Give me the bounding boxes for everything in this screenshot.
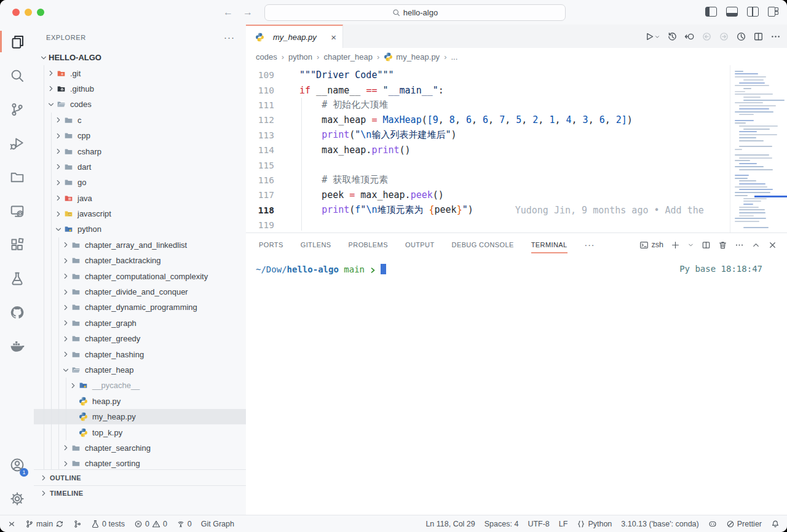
activity-item-explorer[interactable] [0,25,34,58]
code-line-119[interactable]: 119 [246,218,730,232]
maximize-panel-button[interactable] [751,240,761,250]
kill-terminal-button[interactable] [718,240,727,250]
code-line-117[interactable]: 117 peek = max_heap.peek() [246,188,730,202]
toggle-panel-icon[interactable] [726,7,738,17]
status-language-mode[interactable]: Python [577,520,612,528]
navigate-back-button[interactable]: ← [223,6,233,19]
activity-item-run-debug[interactable] [0,126,34,160]
code-line-113[interactable]: 113 print("\n输入列表并建堆后") [246,128,730,143]
status-indentation[interactable]: Spaces: 4 [484,520,519,528]
navigate-forward-button[interactable]: → [243,6,253,19]
tree-item-python[interactable]: python [34,221,246,237]
open-changes-button[interactable] [684,31,695,42]
close-tab-icon[interactable]: × [331,33,336,42]
toggle-secondary-sidebar-icon[interactable] [747,7,759,17]
more-terminal-actions-button[interactable] [735,240,744,250]
split-editor-button[interactable] [753,31,764,42]
panel-tab-output[interactable]: OUTPUT [405,233,435,256]
command-center-search[interactable]: hello-algo [264,4,566,21]
status-problems[interactable]: 00 [134,520,167,528]
status-git-branch[interactable]: main [25,520,64,528]
split-terminal-button[interactable] [702,240,711,250]
tree-item-java[interactable]: java [34,191,246,206]
status-ports[interactable]: 0 [176,520,192,528]
activity-item-remote-explorer[interactable] [0,194,34,228]
close-window-button[interactable] [12,9,20,16]
breadcrumb-item-chapter-heap[interactable]: chapter_heap [323,52,373,62]
tree-item-chapter-greedy[interactable]: chapter_greedy [34,331,246,346]
status-notifications[interactable] [771,520,780,528]
status-cursor-position[interactable]: Ln 118, Col 29 [425,520,475,528]
status-prettier[interactable]: Prettier [726,520,762,528]
panel-tab-gitlens[interactable]: GITLENS [301,233,331,256]
breadcrumb-item--[interactable]: ... [451,52,457,62]
status-tests[interactable]: 0 tests [91,520,125,528]
code-line-116[interactable]: 116 # 获取堆顶元素 [246,173,730,188]
activity-item-extensions[interactable] [0,228,34,261]
code-line-115[interactable]: 115 [246,157,730,172]
activity-item-accounts[interactable]: 1 [0,448,34,482]
activity-item-file-explorer[interactable] [0,160,34,194]
outline-section[interactable]: OUTLINE [34,469,246,485]
tree-item-javascript[interactable]: JSjavascript [34,206,246,221]
activity-item-settings[interactable] [0,482,34,515]
code-line-110[interactable]: 110if __name__ == "__main__": [246,82,730,97]
next-change-button[interactable] [719,31,729,42]
tree-item-codes[interactable]: codes [34,97,246,112]
terminal-dropdown-button[interactable] [687,242,694,248]
minimap[interactable] [730,65,787,232]
tree-item-chapter-backtracking[interactable]: chapter_backtracking [34,253,246,268]
minimize-window-button[interactable] [25,9,32,16]
timeline-section[interactable]: TIMELINE [34,485,246,501]
tree-item-chapter-hashing[interactable]: chapter_hashing [34,346,246,362]
panel-tab-problems[interactable]: PROBLEMS [349,233,388,256]
code-line-114[interactable]: 114 max_heap.print() [246,143,730,157]
tree-item--git[interactable]: .git [34,65,246,81]
status-copilot[interactable] [708,520,717,528]
activity-item-testing[interactable] [0,261,34,295]
status-gitlens[interactable] [73,520,82,528]
breadcrumb-item-python[interactable]: python [288,52,312,62]
status-encoding[interactable]: UTF-8 [528,520,549,528]
tree-item-c[interactable]: c [34,113,246,128]
gitlens-graph-button[interactable] [736,31,746,42]
explorer-more-actions-button[interactable]: ··· [224,32,235,42]
toggle-sidebar-icon[interactable] [705,7,717,17]
previous-change-button[interactable] [702,31,712,42]
tree-item-dart[interactable]: dart [34,159,246,175]
tree-item--github[interactable]: .github [34,81,246,97]
code-line-109[interactable]: 109"""Driver Code""" [246,68,730,82]
tree-item-csharp[interactable]: csharp [34,143,246,159]
status-eol[interactable]: LF [559,520,568,528]
more-actions-button[interactable] [770,31,781,42]
panel-tabs-more-button[interactable]: ··· [585,240,595,250]
new-terminal-button[interactable] [671,240,680,250]
terminal-view[interactable]: ~/Dow/hello-algo main Py base 18:18:47 [246,256,787,515]
close-panel-button[interactable] [768,240,777,250]
code-line-118[interactable]: 118 print(f"\n堆顶元素为 {peek}")Yudong Jin, … [246,203,730,218]
status-remote-indicator[interactable] [7,520,16,528]
tree-item-hello-algo[interactable]: HELLO-ALGO [34,50,246,65]
code-line-112[interactable]: 112 max_heap = MaxHeap([9, 8, 6, 6, 7, 5… [246,113,730,127]
customize-layout-icon[interactable] [768,7,778,15]
status-python-interpreter[interactable]: 3.10.13 ('base': conda) [621,520,698,528]
file-history-button[interactable] [667,31,678,42]
code-line-111[interactable]: 111 # 初始化大顶堆 [246,98,730,113]
tree-item-chapter-graph[interactable]: chapter_graph [34,316,246,331]
tree-item-chapter-searching[interactable]: chapter_searching [34,440,246,456]
activity-item-search[interactable] [0,58,34,92]
panel-tab-terminal[interactable]: TERMINAL [531,233,568,256]
activity-item-docker[interactable] [0,329,34,363]
breadcrumb-item-codes[interactable]: codes [256,52,277,62]
code-editor[interactable]: 109"""Driver Code"""110if __name__ == "_… [246,65,787,232]
terminal-profile-button[interactable]: zsh [639,240,663,250]
tree-item-chapter-heap[interactable]: chapter_heap [34,362,246,378]
run-python-file-button[interactable] [644,31,660,42]
status-git-graph[interactable]: Git Graph [201,520,234,528]
activity-item-source-control[interactable] [0,92,34,126]
tree-item-cpp[interactable]: cpp [34,128,246,143]
panel-tab-debug-console[interactable]: DEBUG CONSOLE [452,233,514,256]
tree-item-chapter-divide-and-conquer[interactable]: chapter_divide_and_conquer [34,284,246,300]
activity-item-github[interactable] [0,295,34,329]
tree-item-chapter-computational-complexity[interactable]: chapter_computational_complexity [34,268,246,284]
